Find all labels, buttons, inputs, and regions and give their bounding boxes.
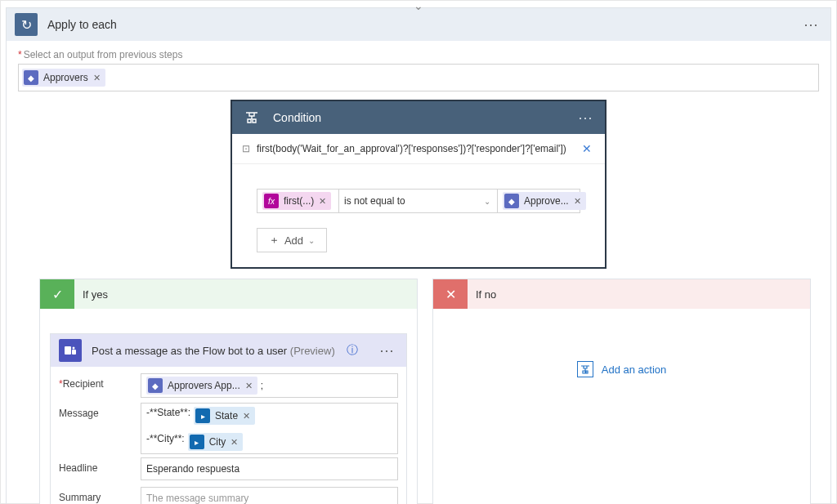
post-message-header[interactable]: Post a message as the Flow bot to a user…: [51, 334, 406, 367]
help-icon[interactable]: ⓘ: [347, 343, 358, 358]
if-no-label: If no: [476, 288, 496, 301]
fx-icon: fx: [264, 194, 279, 208]
svg-rect-2: [72, 350, 76, 355]
approvers-token-2: ◆ Approve... ✕: [503, 192, 586, 210]
svg-rect-0: [65, 346, 71, 355]
condition-left-input[interactable]: fx first(...) ✕: [257, 190, 339, 212]
remove-token-icon[interactable]: ✕: [231, 437, 238, 448]
condition-right-input[interactable]: ◆ Approve... ✕: [498, 190, 580, 212]
recipient-input[interactable]: ◆ Approvers App... ✕ ;: [141, 373, 398, 398]
add-action-icon: [577, 361, 593, 377]
apply-to-each-menu[interactable]: ⋯: [800, 14, 822, 35]
svg-point-1: [73, 347, 75, 350]
post-message-menu[interactable]: ⋯: [376, 340, 398, 361]
if-yes-header: ✓ If yes: [40, 279, 417, 309]
summary-input[interactable]: The message summary: [141, 487, 398, 504]
loop-icon: ↻: [15, 13, 38, 36]
select-output-label: *Select an output from previous steps: [18, 49, 819, 60]
city-token[interactable]: ▸ City ✕: [188, 433, 244, 451]
select-output-input[interactable]: ◆ Approvers ✕: [18, 64, 819, 91]
if-yes-label: If yes: [83, 288, 108, 301]
condition-expression[interactable]: first(body('Wait_for_an_approval')?['res…: [257, 143, 572, 154]
state-token[interactable]: ▸ State ✕: [194, 407, 255, 425]
post-message-title: Post a message as the Flow bot to a user…: [92, 345, 337, 357]
if-no-header: ✕ If no: [433, 279, 810, 309]
if-no-branch: ✕ If no Add an action: [432, 279, 811, 504]
dynamic-icon: ◆: [148, 378, 163, 393]
condition-operator-select[interactable]: is not equal to ⌄: [339, 190, 498, 212]
dynamic-icon: ◆: [24, 70, 38, 85]
condition-title: Condition: [273, 111, 565, 124]
condition-expression-row: ⊡ first(body('Wait_for_an_approval')?['r…: [232, 134, 605, 164]
check-icon: ✓: [40, 279, 74, 309]
plus-icon: ＋: [269, 233, 280, 248]
approvers-token[interactable]: ◆ Approvers ✕: [22, 69, 105, 87]
dynamic-icon: ◆: [504, 194, 519, 208]
apply-to-each-title: Apply to each: [47, 18, 790, 31]
message-label: Message: [59, 403, 141, 419]
remove-token-icon[interactable]: ✕: [93, 73, 101, 83]
post-message-card: Post a message as the Flow bot to a user…: [50, 333, 407, 504]
file-icon: ▸: [195, 408, 210, 423]
file-icon: ▸: [190, 435, 204, 449]
headline-input[interactable]: Esperando respuesta: [141, 457, 398, 480]
chevron-down-icon: ⌄: [308, 236, 315, 245]
condition-rule-row: fx first(...) ✕ is not equal to ⌄ ◆ Appr…: [257, 189, 580, 213]
condition-card: Condition ⋯ ⊡ first(body('Wait_for_an_ap…: [231, 100, 606, 269]
close-expression-icon[interactable]: ✕: [579, 140, 595, 157]
apply-to-each-card: ↻ Apply to each ⋯ *Select an output from…: [6, 7, 831, 504]
condition-menu[interactable]: ⋯: [575, 107, 597, 128]
recipient-label: *Recipient: [59, 373, 141, 390]
expression-icon: ⊡: [242, 143, 250, 154]
summary-label: Summary: [59, 487, 141, 503]
fx-token: fx first(...) ✕: [262, 192, 331, 210]
condition-icon: [240, 106, 263, 129]
teams-icon: [59, 339, 82, 362]
x-icon: ✕: [433, 279, 468, 309]
add-action-link[interactable]: Add an action: [433, 358, 810, 381]
if-yes-branch: ✓ If yes Post a message as the Flow bot …: [39, 279, 418, 504]
approvers-app-token[interactable]: ◆ Approvers App... ✕: [146, 377, 257, 395]
remove-token-icon[interactable]: ✕: [245, 381, 253, 391]
flow-connector-arrow: ⌄: [414, 0, 423, 12]
remove-fx-icon[interactable]: ✕: [319, 196, 326, 207]
add-condition-button[interactable]: ＋ Add ⌄: [257, 228, 327, 252]
remove-token-icon[interactable]: ✕: [574, 196, 581, 207]
chevron-down-icon: ⌄: [484, 197, 490, 206]
condition-header[interactable]: Condition ⋯: [232, 101, 605, 134]
remove-token-icon[interactable]: ✕: [243, 411, 250, 421]
message-input[interactable]: -**State**: ▸ State ✕ -**City**:: [141, 403, 398, 454]
apply-to-each-header[interactable]: ↻ Apply to each ⋯: [7, 8, 830, 41]
headline-label: Headline: [59, 457, 141, 474]
